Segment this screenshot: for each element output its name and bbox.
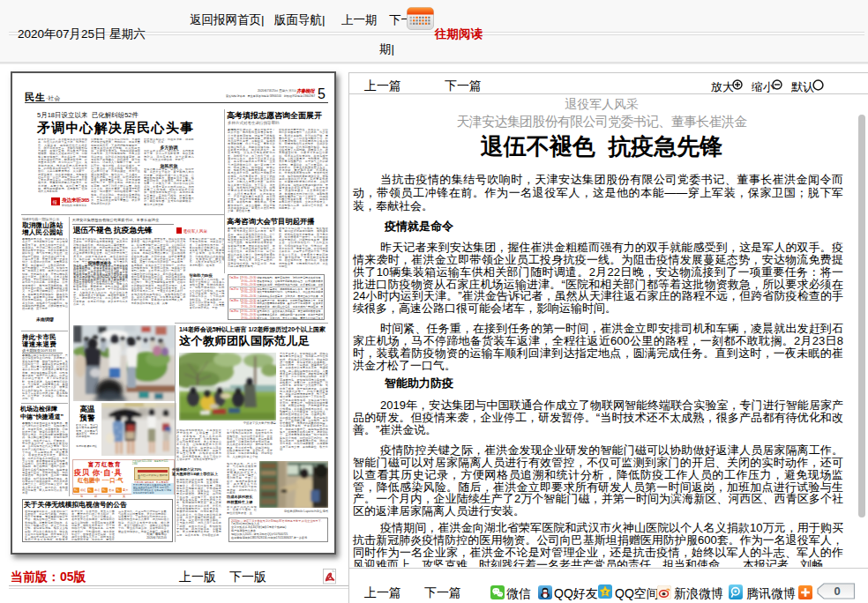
svg-text:0: 0 bbox=[834, 584, 840, 598]
